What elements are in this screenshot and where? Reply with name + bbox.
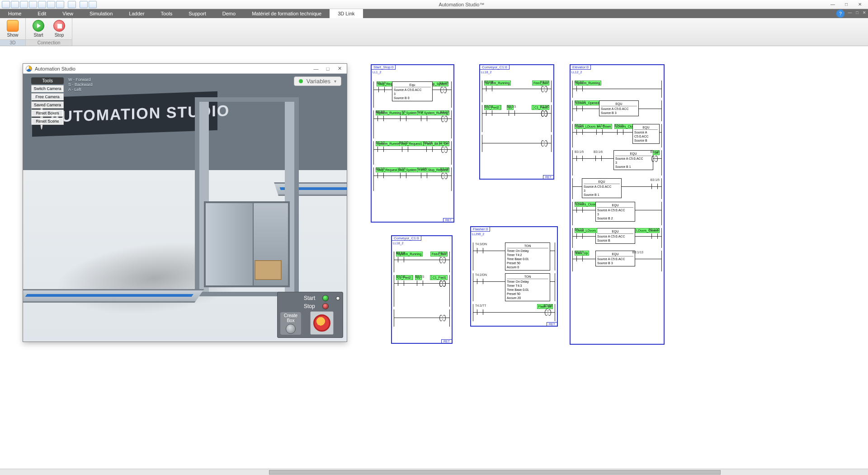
ladder-box-start-stop[interactable]: Start_Stop:0LL1_2 Stop_Request B3:2/0 St… bbox=[371, 64, 454, 223]
led-white-icon bbox=[336, 296, 340, 300]
ribbon-group-connection: Start Stop Connection bbox=[26, 18, 72, 46]
estop-icon bbox=[313, 314, 330, 332]
mdi-close[interactable]: ✕ bbox=[861, 9, 868, 16]
ret-label: RET bbox=[443, 218, 454, 222]
qat-redo[interactable] bbox=[68, 1, 76, 8]
ribbon-stop-label: Stop bbox=[55, 33, 64, 38]
ribbon-show-label: Show bbox=[7, 33, 18, 38]
tab-view[interactable]: View bbox=[54, 9, 81, 18]
qat-app-icon[interactable] bbox=[2, 1, 10, 8]
tab-edit[interactable]: Edit bbox=[29, 9, 54, 18]
tab-materiel[interactable]: Matériel de formation technique bbox=[244, 9, 330, 18]
hmi-create-box-button[interactable]: Create Box bbox=[280, 312, 301, 335]
elevator-model bbox=[195, 97, 299, 296]
ladder-box-flasher[interactable]: Flasher:0LL290_2 T4:3/DN Flasher_Timer1 … bbox=[470, 226, 558, 327]
window-close[interactable]: ✕ bbox=[854, 1, 866, 8]
qat-btn-2[interactable] bbox=[20, 1, 28, 8]
ribbon-start-label: Start bbox=[33, 33, 43, 38]
3d-window-maximize[interactable]: □ bbox=[323, 65, 332, 72]
ladder-title: Start_Stop:0 bbox=[371, 65, 396, 70]
tab-demo[interactable]: Demo bbox=[214, 9, 244, 18]
mdi-restore[interactable]: □ bbox=[854, 9, 861, 16]
play-icon bbox=[33, 20, 44, 32]
horizontal-scrollbar[interactable] bbox=[0, 469, 868, 475]
tab-support[interactable]: Support bbox=[180, 9, 214, 18]
estop-button[interactable] bbox=[310, 311, 334, 335]
tool-reset-scene[interactable]: Reset Scene bbox=[31, 118, 64, 125]
cube-3d-icon bbox=[7, 20, 19, 32]
push-button-icon bbox=[286, 324, 296, 334]
led-red-icon[interactable] bbox=[322, 303, 329, 309]
window-maximize[interactable]: □ bbox=[840, 1, 853, 8]
window-controls: — □ ✕ bbox=[826, 1, 868, 8]
qat-run[interactable] bbox=[80, 1, 88, 8]
status-dot-icon bbox=[299, 79, 303, 83]
key-legend: W - Forward S - Backward A - Left bbox=[68, 77, 93, 92]
app-logo-icon bbox=[26, 66, 32, 72]
tool-switch-camera[interactable]: Switch Camera bbox=[31, 85, 64, 92]
tab-tools[interactable]: Tools bbox=[153, 9, 181, 18]
qat-btn-4[interactable] bbox=[38, 1, 46, 8]
scrollbar-thumb[interactable] bbox=[269, 470, 720, 475]
tab-simulation[interactable]: Simulation bbox=[81, 9, 121, 18]
led-green-icon[interactable] bbox=[322, 295, 329, 301]
variables-label: Variables bbox=[307, 78, 330, 85]
quick-access-toolbar bbox=[0, 1, 97, 8]
hmi-start-label: Start bbox=[304, 295, 315, 301]
mdi-minimize[interactable]: — bbox=[846, 9, 854, 16]
conveyor-lower bbox=[23, 289, 204, 303]
window-minimize[interactable]: — bbox=[826, 1, 839, 8]
tools-panel: Tools Switch Camera Free Camera Saved Ca… bbox=[31, 77, 64, 125]
app-title: Automation Studio™ bbox=[97, 2, 826, 7]
ladder-diagram-area[interactable]: Start_Stop:0LL1_2 Stop_Request B3:2/0 St… bbox=[371, 64, 865, 466]
variables-dropdown[interactable]: Variables ▾ bbox=[294, 76, 341, 86]
hmi-stop-label: Stop bbox=[304, 303, 315, 309]
3d-window-minimize[interactable]: — bbox=[311, 65, 321, 72]
tab-home[interactable]: Home bbox=[0, 9, 29, 18]
qat-btn-3[interactable] bbox=[29, 1, 37, 8]
title-bar: Automation Studio™ — □ ✕ bbox=[0, 0, 868, 9]
chevron-down-icon: ▾ bbox=[334, 79, 336, 84]
help-icon[interactable]: ? bbox=[836, 10, 844, 18]
3d-window: Automation Studio — □ ✕ AUTOMATION STUDI… bbox=[23, 63, 347, 342]
ribbon-group-connection-label: Connection bbox=[26, 39, 72, 46]
ribbon: Show 3D Start Stop Connection bbox=[0, 18, 868, 46]
qat-btn-5[interactable] bbox=[47, 1, 55, 8]
ladder-box-conveyor-1[interactable]: Conveyor_C1:0LL18_2 System_RunningB3:2/7… bbox=[479, 64, 554, 180]
3d-window-close[interactable]: ✕ bbox=[335, 65, 344, 72]
tool-reset-boxes[interactable]: Reset Boxes bbox=[31, 109, 64, 117]
inst-equ: Equ Source A C5:0.ACC 3 Source B 0 bbox=[392, 81, 433, 101]
ribbon-show-button[interactable]: Show bbox=[4, 20, 22, 39]
3d-viewport[interactable]: AUTOMATION STUDIO Tools Switch Camera Fr… bbox=[23, 74, 347, 342]
stop-icon bbox=[53, 20, 65, 32]
hmi-panel: Create Box Start Stop bbox=[277, 292, 343, 338]
tools-panel-title: Tools bbox=[31, 77, 64, 84]
qat-undo[interactable] bbox=[56, 1, 64, 8]
menu-tabs: Home Edit View Simulation Ladder Tools S… bbox=[0, 9, 868, 18]
tool-saved-camera[interactable]: Saved Camera bbox=[31, 101, 64, 109]
qat-btn-1[interactable] bbox=[11, 1, 19, 8]
ladder-box-conveyor-2[interactable]: Conveyor_C1:0LL18_2 System_RunningB3:2/7… bbox=[391, 235, 453, 344]
tab-3d-link[interactable]: 3D Link bbox=[330, 9, 363, 18]
ribbon-stop-button[interactable]: Stop bbox=[50, 20, 68, 39]
ladder-box-elevator[interactable]: Elevator:0LL12_2 System_RunningB3:2/7 LD… bbox=[570, 64, 665, 345]
ribbon-group-3d: Show 3D bbox=[0, 18, 26, 46]
3d-window-title: Automation Studio bbox=[35, 66, 309, 71]
ribbon-group-3d-label: 3D bbox=[0, 39, 25, 46]
tool-free-camera[interactable]: Free Camera bbox=[31, 93, 64, 100]
crate bbox=[255, 260, 282, 280]
ribbon-start-button[interactable]: Start bbox=[29, 20, 47, 39]
qat-stop[interactable] bbox=[89, 1, 97, 8]
workspace: Automation Studio — □ ✕ AUTOMATION STUDI… bbox=[0, 46, 868, 469]
3d-window-titlebar[interactable]: Automation Studio — □ ✕ bbox=[23, 64, 347, 74]
tab-ladder[interactable]: Ladder bbox=[121, 9, 152, 18]
